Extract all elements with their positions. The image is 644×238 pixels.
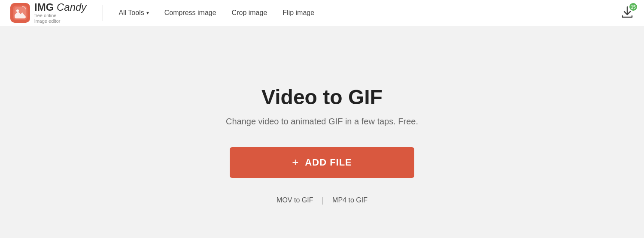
sub-links-divider: | bbox=[322, 196, 324, 205]
plus-icon: + bbox=[292, 156, 299, 169]
page-subtitle: Change video to animated GIF in a few ta… bbox=[226, 117, 418, 127]
header-right: 15 bbox=[621, 6, 634, 20]
site-header: IMG Candy free online image editor All T… bbox=[0, 0, 644, 26]
logo-tagline: free online image editor bbox=[34, 13, 86, 24]
page-title: Video to GIF bbox=[261, 85, 383, 109]
download-badge: 15 bbox=[629, 3, 637, 11]
nav-crop-image[interactable]: Crop image bbox=[224, 0, 275, 26]
main-content: Video to GIF Change video to animated GI… bbox=[0, 26, 644, 238]
logo-text: IMG Candy free online image editor bbox=[34, 2, 86, 24]
nav-compress-image[interactable]: Compress image bbox=[157, 0, 224, 26]
logo-icon bbox=[10, 3, 30, 23]
nav-flip-image[interactable]: Flip image bbox=[275, 0, 322, 26]
main-nav: All Tools ▾ Compress image Crop image Fl… bbox=[111, 0, 621, 26]
logo-nav-divider bbox=[103, 5, 103, 21]
mp4-to-gif-link[interactable]: MP4 to GIF bbox=[332, 196, 368, 204]
logo-img: IMG bbox=[34, 1, 54, 13]
logo-candy: Candy bbox=[54, 1, 86, 13]
chevron-down-icon: ▾ bbox=[146, 10, 149, 16]
download-button[interactable]: 15 bbox=[621, 6, 634, 20]
add-file-label: ADD FILE bbox=[305, 157, 352, 168]
add-file-button[interactable]: + ADD FILE bbox=[230, 147, 414, 178]
sub-links: MOV to GIF | MP4 to GIF bbox=[276, 196, 368, 205]
svg-point-2 bbox=[16, 9, 19, 12]
nav-all-tools[interactable]: All Tools ▾ bbox=[111, 0, 156, 26]
mov-to-gif-link[interactable]: MOV to GIF bbox=[276, 196, 313, 204]
logo[interactable]: IMG Candy free online image editor bbox=[10, 2, 86, 24]
